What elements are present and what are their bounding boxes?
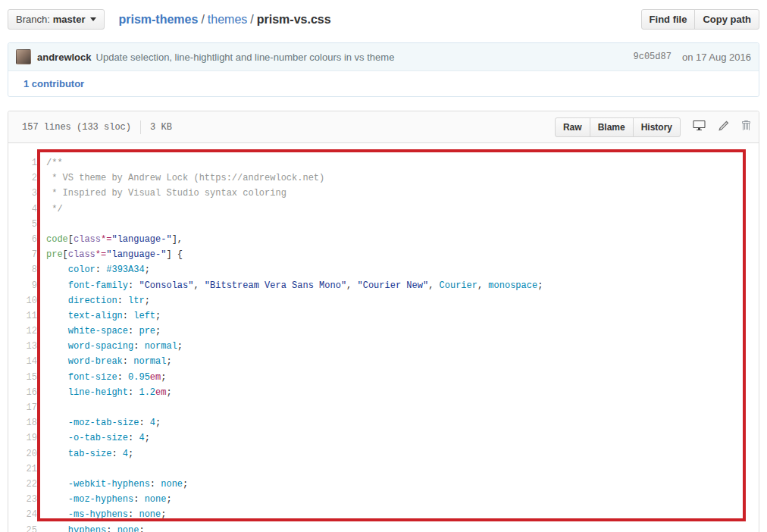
pencil-icon xyxy=(718,120,729,134)
code-line-content: font-size: 0.95em; xyxy=(46,370,166,385)
code-line: 10 direction: ltr; xyxy=(8,293,759,308)
code-line: 14 word-break: normal; xyxy=(8,354,759,369)
branch-label: Branch: xyxy=(16,14,50,25)
code-line: 3 * Inspired by Visual Studio syntax col… xyxy=(8,186,759,201)
code-line-content: direction: ltr; xyxy=(46,293,150,308)
file-info: 157 lines (133 sloc) 3 KB xyxy=(16,120,172,134)
code-line: 24 -ms-hyphens: none; xyxy=(8,507,759,522)
code-line-content: -webkit-hyphens: none; xyxy=(46,477,188,492)
line-number[interactable]: 3 xyxy=(8,186,46,201)
code-blob: 1/**2 * VS theme by Andrew Lock (https:/… xyxy=(8,143,759,532)
line-number[interactable]: 10 xyxy=(8,293,46,308)
chevron-down-icon xyxy=(90,17,96,21)
line-number[interactable]: 16 xyxy=(8,385,46,400)
line-number[interactable]: 9 xyxy=(8,278,46,293)
code-line-content: * Inspired by Visual Studio syntax color… xyxy=(46,186,286,201)
code-line-content: code[class*="language-"], xyxy=(46,232,183,247)
contributors-row: 1 contributor xyxy=(8,70,759,96)
line-number[interactable]: 17 xyxy=(8,400,46,415)
blame-button[interactable]: Blame xyxy=(590,117,634,137)
file-header: 157 lines (133 sloc) 3 KB Raw Blame Hist… xyxy=(8,111,759,143)
breadcrumb-repo-link[interactable]: prism-themes xyxy=(118,13,198,26)
code-line-content: color: #393A34; xyxy=(46,262,150,277)
copy-path-button[interactable]: Copy path xyxy=(694,9,759,30)
line-number[interactable]: 1 xyxy=(8,155,46,171)
code-line: 16 line-height: 1.2em; xyxy=(8,385,759,400)
breadcrumb-separator: / xyxy=(247,13,256,26)
file-actions: Raw Blame History xyxy=(555,117,751,137)
code-line: 13 word-spacing: normal; xyxy=(8,339,759,354)
file-box: 157 lines (133 sloc) 3 KB Raw Blame Hist… xyxy=(8,111,759,532)
code-line: 22 -webkit-hyphens: none; xyxy=(8,477,759,492)
line-number[interactable]: 24 xyxy=(8,507,46,522)
line-number[interactable]: 13 xyxy=(8,339,46,354)
code-line-content: font-family: "Consolas", "Bitstream Vera… xyxy=(46,278,543,293)
line-number[interactable]: 19 xyxy=(8,430,46,446)
commit-meta: 9c05d87 on 17 Aug 2016 xyxy=(633,52,751,63)
branch-name: master xyxy=(53,14,86,25)
latest-commit-row: andrewlock Update selection, line-hightl… xyxy=(8,43,759,70)
line-number[interactable]: 14 xyxy=(8,354,46,369)
code-line-content: word-spacing: normal; xyxy=(46,339,183,354)
line-number[interactable]: 21 xyxy=(8,462,46,477)
code-line: 8 color: #393A34; xyxy=(8,262,759,277)
commit-message-link[interactable]: Update selection, line-hightlight and li… xyxy=(96,52,395,63)
code-line: 25 hyphens: none; xyxy=(8,523,759,532)
topbar-actions: Find file Copy path xyxy=(641,9,759,30)
code-line: 7pre[class*="language-"] { xyxy=(8,247,759,262)
history-button[interactable]: History xyxy=(633,117,681,137)
trash-icon xyxy=(741,120,751,134)
code-line-content: -moz-hyphens: none; xyxy=(46,492,172,507)
commit-sha-link[interactable]: 9c05d87 xyxy=(633,52,671,62)
line-number[interactable]: 4 xyxy=(8,202,46,217)
file-view-button-group: Raw Blame History xyxy=(555,117,681,137)
code-line: 20 tab-size: 4; xyxy=(8,446,759,462)
line-number[interactable]: 23 xyxy=(8,492,46,507)
code-line: 17 xyxy=(8,400,759,415)
code-line: 12 white-space: pre; xyxy=(8,324,759,339)
code-line: 21 xyxy=(8,462,759,477)
line-number[interactable]: 12 xyxy=(8,324,46,339)
file-view-page: Branch: master prism-themes/themes/prism… xyxy=(0,0,767,532)
contributors-link[interactable]: 1 contributor xyxy=(23,78,84,89)
code-line-content: text-align: left; xyxy=(46,308,161,324)
line-number[interactable]: 22 xyxy=(8,477,46,492)
find-file-button[interactable]: Find file xyxy=(641,9,696,30)
edit-file-button[interactable] xyxy=(718,120,729,134)
line-number[interactable]: 7 xyxy=(8,247,46,262)
raw-button[interactable]: Raw xyxy=(555,117,590,137)
code-line-content: /** xyxy=(46,155,63,171)
line-number[interactable]: 5 xyxy=(8,217,46,232)
code-line-content: white-space: pre; xyxy=(46,324,161,339)
branch-select-button[interactable]: Branch: master xyxy=(8,9,105,30)
code-line-content: pre[class*="language-"] { xyxy=(46,247,183,262)
code-line: 15 font-size: 0.95em; xyxy=(8,370,759,385)
code-line: 11 text-align: left; xyxy=(8,308,759,324)
code-line: 1/** xyxy=(8,155,759,171)
latest-commit-box: andrewlock Update selection, line-hightl… xyxy=(8,42,759,97)
avatar[interactable] xyxy=(16,49,31,64)
commit-author-link[interactable]: andrewlock xyxy=(37,52,92,63)
file-size: 3 KB xyxy=(150,122,172,133)
code-line-content: * VS theme by Andrew Lock (https://andre… xyxy=(46,171,324,186)
line-number[interactable]: 6 xyxy=(8,232,46,247)
line-number[interactable]: 2 xyxy=(8,171,46,186)
line-number[interactable]: 20 xyxy=(8,446,46,462)
breadcrumb: prism-themes/themes/prism-vs.css xyxy=(118,13,330,27)
line-number[interactable]: 15 xyxy=(8,370,46,385)
code-line: 19 -o-tab-size: 4; xyxy=(8,430,759,446)
line-number[interactable]: 18 xyxy=(8,415,46,430)
code-line: 9 font-family: "Consolas", "Bitstream Ve… xyxy=(8,278,759,293)
line-number[interactable]: 11 xyxy=(8,308,46,324)
line-number[interactable]: 25 xyxy=(8,523,46,532)
delete-file-button[interactable] xyxy=(741,120,751,134)
line-number[interactable]: 8 xyxy=(8,262,46,277)
file-navigation-bar: Branch: master prism-themes/themes/prism… xyxy=(8,0,759,30)
breadcrumb-dir-link[interactable]: themes xyxy=(208,13,247,26)
breadcrumb-filename: prism-vs.css xyxy=(257,13,331,26)
code-line: 2 * VS theme by Andrew Lock (https://and… xyxy=(8,171,759,186)
commit-date: on 17 Aug 2016 xyxy=(682,52,751,63)
code-line: 23 -moz-hyphens: none; xyxy=(8,492,759,507)
open-in-desktop-button[interactable] xyxy=(693,120,706,134)
code-line-content: -o-tab-size: 4; xyxy=(46,430,150,446)
